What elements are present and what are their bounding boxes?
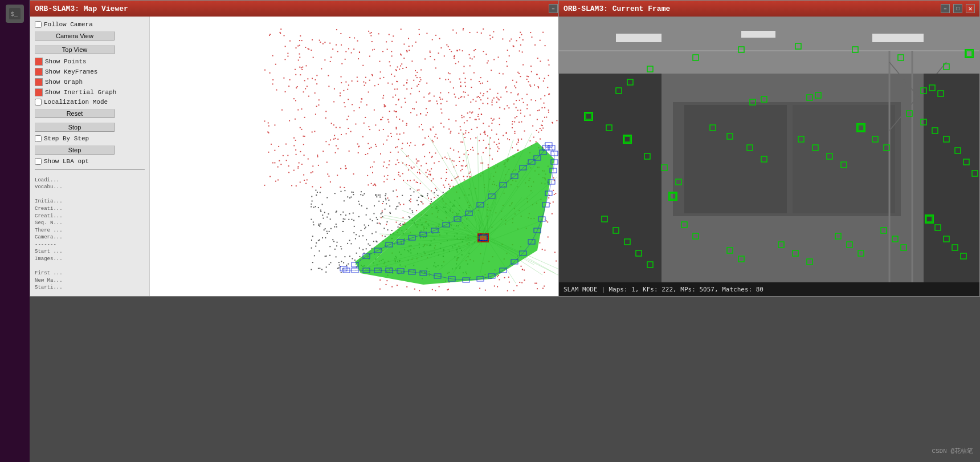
show-points-label: Show Points xyxy=(45,58,87,65)
log-line-15: New Ma... xyxy=(35,277,145,285)
follow-camera-checkbox[interactable] xyxy=(35,21,42,28)
current-frame-title: ORB-SLAM3: Current Frame xyxy=(564,5,670,13)
divider xyxy=(35,169,145,170)
camera-view-button[interactable]: Camera View xyxy=(35,31,115,40)
show-inertial-graph-row: Show Inertial Graph xyxy=(35,88,145,96)
log-line-8: There ... xyxy=(35,227,145,234)
localization-mode-row: Localization Mode xyxy=(35,99,145,106)
svg-text:$_: $_ xyxy=(11,11,18,18)
show-inertial-label: Show Inertial Graph xyxy=(45,89,116,96)
show-keyframes-row: Show KeyFrames xyxy=(35,68,145,76)
map-viewer-body: Follow Camera Camera View Top View Show … xyxy=(30,17,587,296)
show-points-row: Show Points xyxy=(35,58,145,66)
log-area: Loadi... Vocabu... Initia... Creati... C… xyxy=(35,177,145,292)
watermark: CSDN @花桔笔 xyxy=(932,447,973,455)
log-line-16: Starti... xyxy=(35,284,145,291)
log-line-7: Seq. N... xyxy=(35,220,145,227)
localization-mode-label: Localization Mode xyxy=(44,99,108,106)
reset-button[interactable]: Reset xyxy=(35,109,115,118)
log-line-10: ------- xyxy=(35,241,145,249)
frame-window-controls: – □ ✕ xyxy=(941,4,975,13)
frame-close-button[interactable]: ✕ xyxy=(966,4,975,13)
log-line-12: Images... xyxy=(35,256,145,263)
log-line-9: Camera... xyxy=(35,234,145,241)
log-line-11: Start ... xyxy=(35,248,145,256)
show-lba-label: Show LBA opt xyxy=(44,158,89,165)
current-frame-titlebar: ORB-SLAM3: Current Frame – □ ✕ xyxy=(559,1,979,17)
camera-frame-visualization xyxy=(559,17,979,282)
desktop: $_ ORB-SLAM3: Map Viewer – □ ✕ Follow Ca… xyxy=(0,0,980,462)
log-line-13 xyxy=(35,263,145,270)
show-lba-checkbox[interactable] xyxy=(35,158,42,165)
frame-maximize-button[interactable]: □ xyxy=(953,4,962,13)
follow-camera-label: Follow Camera xyxy=(44,21,93,28)
frame-minimize-button[interactable]: – xyxy=(941,4,950,13)
map-viewer-window: ORB-SLAM3: Map Viewer – □ ✕ Follow Camer… xyxy=(30,0,588,297)
show-points-color xyxy=(35,58,43,66)
terminal-icon[interactable]: $_ xyxy=(6,5,24,23)
log-line-4: Initia... xyxy=(35,198,145,205)
control-panel: Follow Camera Camera View Top View Show … xyxy=(30,17,150,296)
map-visualization xyxy=(150,17,587,296)
log-line-1: Loadi... xyxy=(35,177,145,184)
minimize-button[interactable]: – xyxy=(549,4,558,13)
terminal-sidebar: $_ xyxy=(0,0,30,462)
show-graph-label: Show Graph xyxy=(45,79,83,86)
log-line-3 xyxy=(35,191,145,198)
current-frame-window: ORB-SLAM3: Current Frame – □ ✕ SLAM MODE… xyxy=(558,0,980,297)
log-line-2: Vocabu... xyxy=(35,184,145,191)
map-canvas[interactable] xyxy=(150,17,587,296)
top-view-button[interactable]: Top View xyxy=(35,45,115,54)
frame-body: SLAM MODE | Maps: 1, KFs: 222, MPs: 5057… xyxy=(559,17,979,296)
slam-status: SLAM MODE | Maps: 1, KFs: 222, MPs: 5057… xyxy=(564,286,763,293)
step-button[interactable]: Step xyxy=(35,145,115,155)
log-line-14: First ... xyxy=(35,270,145,277)
follow-camera-row: Follow Camera xyxy=(35,21,145,28)
frame-canvas-area xyxy=(559,17,979,282)
step-by-step-row: Step By Step xyxy=(35,135,145,142)
step-by-step-label: Step By Step xyxy=(44,135,89,142)
show-lba-row: Show LBA opt xyxy=(35,158,145,165)
show-keyframes-color xyxy=(35,68,43,76)
log-line-6: Creati... xyxy=(35,213,145,220)
frame-status-bar: SLAM MODE | Maps: 1, KFs: 222, MPs: 5057… xyxy=(559,282,979,296)
show-inertial-color xyxy=(35,88,43,96)
stop-button[interactable]: Stop xyxy=(35,123,115,132)
localization-mode-checkbox[interactable] xyxy=(35,99,42,106)
log-line-5: Creati... xyxy=(35,205,145,213)
show-keyframes-label: Show KeyFrames xyxy=(45,68,97,75)
map-viewer-titlebar: ORB-SLAM3: Map Viewer – □ ✕ xyxy=(30,1,587,17)
map-viewer-title: ORB-SLAM3: Map Viewer xyxy=(35,5,128,13)
show-graph-row: Show Graph xyxy=(35,78,145,86)
show-graph-color xyxy=(35,78,43,86)
step-by-step-checkbox[interactable] xyxy=(35,135,42,142)
